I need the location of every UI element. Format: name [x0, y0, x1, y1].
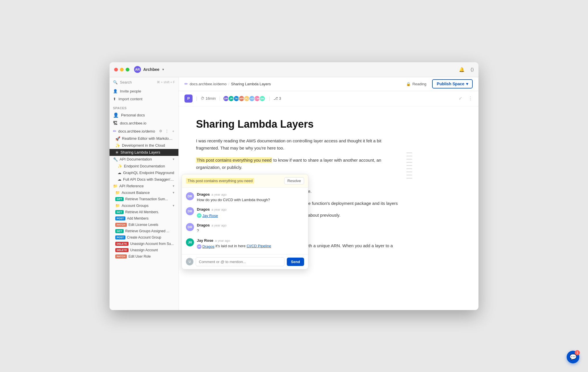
nav-item-swagger[interactable]: ☁ Full API Docs with Swagger/Ope... [110, 176, 178, 183]
nav-item-account-groups[interactable]: 📁 Account Groups ▼ [110, 202, 178, 209]
minimize-button[interactable] [120, 68, 124, 71]
sidebar-item-demo-space[interactable]: ✏ docs.archbee.io/demo ⚙ ⋮ ＋ [110, 127, 178, 135]
comment-popup-header: This post contains everything you need R… [182, 174, 308, 188]
import-label: Import content [118, 97, 142, 101]
demo-space-icon: ✏ [113, 129, 116, 133]
search-bar[interactable]: 🔍 Search ⌘ + shift + F [110, 77, 178, 87]
comment-3-text: ? [197, 228, 304, 234]
close-button[interactable] [114, 68, 118, 71]
dev-cloud-label: Development in the Cloud [122, 143, 175, 148]
doc-read-time: ⏱ 16min [201, 96, 216, 101]
swagger-label: Full API Docs with Swagger/Ope... [123, 177, 175, 182]
sharing-lambda-icon: ✳ [115, 150, 119, 155]
realtime-icon: 🚀 [115, 136, 120, 141]
more-icon[interactable]: ⋮ [165, 129, 169, 133]
app-logo: AR [134, 66, 141, 73]
nav-endpoint-unassign-account-su[interactable]: DELETE Unassign Account from Su... [110, 241, 178, 247]
add-icon[interactable]: ＋ [171, 129, 175, 134]
sidebar-toggle-icon[interactable]: ⟨⟩ [470, 67, 474, 72]
nav-item-graphql[interactable]: ☁ GraphQL Endpoint Playground [110, 169, 178, 176]
get-badge: GET [115, 197, 124, 201]
retrieve-groups-label: Retrieve Groups Assigned ... [125, 229, 175, 233]
graphql-label: GraphQL Endpoint Playground [123, 171, 175, 175]
maximize-button[interactable] [126, 68, 129, 71]
comment-1-time: a year ago [212, 193, 227, 196]
settings-icon[interactable]: ⚙ [159, 129, 162, 133]
nav-item-realtime[interactable]: 🚀 Realtime Editor with Markdown Sho... [110, 135, 178, 142]
create-group-label: Create Account Group [127, 235, 175, 239]
import-icon: ⬆ [113, 97, 116, 101]
post-badge-create: POST [115, 235, 125, 239]
get-badge-members: GET [115, 210, 124, 214]
mention-link-jay-rose[interactable]: Jay Rose [202, 213, 218, 219]
main-layout: 🔍 Search ⌘ + shift + F 👤 Invite people ⬆… [110, 77, 478, 310]
nav-item-api-doc[interactable]: 🔧 API Documentation ▼ [110, 156, 178, 163]
demo-space-label: docs.archbee.io/demo [118, 129, 157, 133]
api-doc-chevron-icon: ▼ [172, 158, 175, 161]
sidebar: 🔍 Search ⌘ + shift + F 👤 Invite people ⬆… [110, 77, 179, 310]
nav-item-api-reference[interactable]: 📁 API Reference ▼ [110, 183, 178, 189]
api-reference-chevron-icon: ▼ [172, 184, 175, 188]
publish-space-button[interactable]: Publish Space ▾ [432, 79, 473, 88]
swagger-icon: ☁ [118, 177, 121, 182]
nav-endpoint-unassign-account[interactable]: DELETE Unassign Account [110, 247, 178, 253]
import-content-item[interactable]: ⬆ Import content [110, 95, 178, 103]
comment-item-1: DR Dragos a year ago How do you do CI/CD… [182, 190, 308, 205]
send-button[interactable]: Send [287, 258, 304, 266]
nav-endpoint-create-group[interactable]: POST Create Account Group [110, 234, 178, 241]
comment-2-author: Dragos [197, 207, 210, 212]
selected-text-display: This post contains everything you need [186, 178, 254, 184]
unassign-account-su-label: Unassign Account from Su... [130, 242, 175, 246]
nav-item-account-balance[interactable]: 📁 Account Balance ▼ [110, 189, 178, 196]
comment-4-avatar: JR [186, 238, 194, 246]
content-area: ✏ docs.archbee.io/demo / Sharing Lambda … [179, 77, 478, 310]
content-header: ✏ docs.archbee.io/demo / Sharing Lambda … [179, 77, 478, 91]
app-chevron-icon[interactable]: ▾ [162, 67, 164, 71]
breadcrumb: ✏ docs.archbee.io/demo / Sharing Lambda … [184, 82, 271, 86]
chat-bubble-button[interactable]: 💬 1 [567, 351, 579, 363]
search-icon: 🔍 [113, 80, 118, 84]
comment-input-field[interactable] [196, 257, 284, 266]
notification-icon[interactable]: 🔔 [459, 67, 465, 72]
sidebar-item-personal-docs[interactable]: 👤 Personal docs [110, 111, 178, 119]
nav-item-dev-cloud[interactable]: ✨ Development in the Cloud [110, 142, 178, 149]
cicd-pipeline-link[interactable]: CI/CD Pipeline [247, 244, 271, 248]
doc-badge: P [184, 95, 193, 103]
nav-endpoint-retrieve-groups[interactable]: GET Retrieve Groups Assigned ... [110, 228, 178, 234]
traffic-lights [114, 68, 129, 71]
check-icon[interactable]: ✓ [459, 96, 462, 101]
search-label: Search [120, 80, 132, 84]
nav-endpoint-edit-user-role[interactable]: PATCH Edit User Role [110, 253, 178, 260]
post-badge-add: POST [115, 216, 125, 220]
dev-cloud-icon: ✨ [115, 143, 120, 148]
reading-button[interactable]: 🔒 Reading [403, 80, 430, 88]
comment-2-header: Dragos a year ago [197, 207, 304, 212]
app-window: AR Archbee ▾ 🔔 ⟨⟩ 🔍 Search ⌘ + shift + F… [110, 62, 478, 310]
nav-endpoint-edit-license[interactable]: PATCH Edit License Levels [110, 222, 178, 228]
comment-1-header: Dragos a year ago [197, 192, 304, 197]
nav-item-sharing-lambda[interactable]: ✳ Sharing Lambda Layers [110, 149, 178, 156]
api-doc-icon: 🔧 [113, 157, 118, 162]
retrieve-members-label: Retrieve All Members. [125, 210, 175, 214]
nav-endpoint-retrieve-transaction[interactable]: GET Retrieve Transaction Sum... [110, 196, 178, 202]
avatar-8: BN [259, 95, 265, 102]
comment-3-header: Dragos a year ago [197, 223, 304, 227]
article-para-highlighted: This post contains everything you need t… [196, 156, 398, 171]
clock-icon: ⏱ [201, 96, 204, 101]
comment-1-text: How do you do CI/CD with Lambda though? [197, 197, 304, 203]
invite-people-item[interactable]: 👤 Invite people [110, 87, 178, 95]
account-balance-folder-icon: 📁 [115, 190, 120, 195]
breadcrumb-page: Sharing Lambda Layers [231, 82, 271, 86]
nav-item-endpoint-doc[interactable]: ✨ Endpoint Documentation [110, 163, 178, 169]
mention-link-dragos[interactable]: Dragos [202, 244, 214, 250]
content-scroll[interactable]: P | ⏱ 16min | DR JR TK MR PL AS CW [179, 91, 478, 310]
sidebar-item-archbee-io[interactable]: 🏗 docs.archbee.io [110, 119, 178, 127]
endpoint-doc-label: Endpoint Documentation [124, 164, 175, 168]
edit-user-role-label: Edit User Role [129, 254, 175, 258]
resolve-button[interactable]: Resolve [284, 177, 304, 184]
more-options-icon[interactable]: ⋮ [468, 96, 473, 101]
nav-endpoint-add-members[interactable]: POST Add Members [110, 215, 178, 222]
comment-popup: This post contains everything you need R… [182, 174, 308, 269]
chat-badge: 1 [575, 350, 580, 355]
nav-endpoint-retrieve-all-members[interactable]: GET Retrieve All Members. [110, 209, 178, 215]
